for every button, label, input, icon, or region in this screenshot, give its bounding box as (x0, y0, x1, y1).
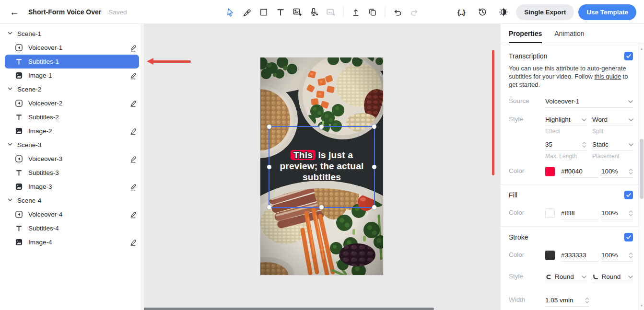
scene-row-1[interactable]: Scene-1 (0, 27, 144, 41)
back-button[interactable]: ← (8, 5, 21, 19)
selection-handle[interactable] (372, 205, 376, 209)
stroke-color-label: Color (509, 249, 545, 258)
add-image-button[interactable] (289, 4, 305, 20)
fill-color-swatch[interactable] (545, 208, 555, 218)
selection-box[interactable] (269, 126, 375, 208)
undo-button[interactable] (389, 4, 406, 20)
layer-row-image-1[interactable]: Image-1 (5, 69, 139, 82)
chevron-down-icon (582, 118, 586, 121)
stroke-checkbox[interactable] (624, 233, 633, 241)
stepper-icon[interactable] (629, 253, 633, 258)
stepper-icon[interactable] (629, 210, 633, 216)
sidebar-scrollbar[interactable] (141, 24, 144, 310)
color-hex-input[interactable]: #ff0040 (561, 165, 598, 178)
appearance-settings-button[interactable] (495, 4, 512, 20)
selection-handle[interactable] (267, 165, 271, 169)
fill-color-hex-input[interactable]: #ffffff (561, 207, 598, 219)
guide-link[interactable]: this guide (594, 73, 621, 80)
canvas-area[interactable]: This is just a preview; the actual subti… (144, 24, 500, 310)
code-braces-icon: {..} (457, 8, 465, 16)
toolbar (222, 0, 422, 24)
effect-select[interactable]: Highlight (545, 114, 586, 126)
line-cap-select[interactable]: Round (545, 271, 586, 283)
edit-pencil-icon[interactable] (129, 100, 137, 107)
edit-pencil-icon[interactable] (129, 155, 137, 163)
shape-tool-button[interactable] (255, 4, 272, 20)
add-subtitles-button[interactable] (322, 4, 339, 20)
subtitles-text-icon (15, 57, 23, 66)
tab-animation[interactable]: Animation (554, 24, 584, 43)
scene-row-2[interactable]: Scene-2 (0, 82, 144, 96)
layer-row-subtitles-1[interactable]: Subtitles-1 (5, 55, 139, 69)
layer-row-subtitles-2[interactable]: Subtitles-2 (5, 110, 139, 124)
edit-pencil-icon[interactable] (129, 44, 137, 52)
panel-scrollbar-thumb[interactable] (640, 139, 644, 199)
stepper-icon[interactable] (585, 298, 589, 303)
line-join-select[interactable]: Round (592, 271, 633, 283)
fill-opacity-input[interactable]: 100% (601, 207, 633, 219)
split-select[interactable]: Word (592, 114, 633, 126)
chevron-down-icon (582, 276, 586, 278)
selection-handle[interactable] (267, 125, 271, 129)
stroke-color-hex-input[interactable]: #333333 (561, 249, 598, 262)
layer-row-subtitles-4[interactable]: Subtitles-4 (5, 221, 139, 235)
placement-select[interactable]: Static (592, 138, 633, 151)
stroke-width-input[interactable]: 1.05 vmin (545, 294, 589, 307)
pen-tool-button[interactable] (238, 4, 255, 20)
selection-handle[interactable] (372, 165, 376, 169)
edit-pencil-icon[interactable] (129, 127, 137, 135)
edit-pencil-icon[interactable] (129, 239, 137, 246)
max-length-input[interactable]: 35 (545, 138, 586, 151)
rectangle-icon (259, 8, 268, 17)
layer-row-voiceover-2[interactable]: Voiceover-2 (5, 96, 139, 110)
chevron-down-icon (629, 143, 633, 146)
edit-pencil-icon[interactable] (129, 211, 137, 218)
stepper-icon[interactable] (582, 142, 586, 148)
text-tool-button[interactable] (272, 4, 289, 20)
layer-row-image-2[interactable]: Image-2 (5, 124, 139, 138)
topbar-left: ← Short-Form Voice Over Saved (8, 0, 127, 24)
voiceover-icon (15, 99, 23, 107)
selection-handle[interactable] (319, 205, 324, 209)
scene-row-3[interactable]: Scene-3 (0, 138, 144, 152)
redo-button[interactable] (406, 4, 422, 20)
edit-pencil-icon[interactable] (129, 72, 137, 80)
video-preview-frame[interactable]: This is just a preview; the actual subti… (260, 57, 383, 275)
image-icon (15, 238, 23, 246)
tab-properties[interactable]: Properties (509, 24, 542, 43)
use-template-button[interactable]: Use Template (578, 4, 636, 20)
canvas-horizontal-scrollbar[interactable] (144, 308, 434, 310)
layer-row-voiceover-1[interactable]: Voiceover-1 (5, 41, 139, 55)
edit-pencil-icon[interactable] (129, 183, 137, 191)
panel-scrollbar[interactable]: ▲ ▼ (638, 43, 644, 310)
source-select[interactable]: Voiceover-1 (545, 95, 633, 108)
upload-button[interactable] (347, 4, 364, 20)
chevron-down-icon (7, 30, 13, 37)
selection-handle[interactable] (267, 205, 271, 209)
stroke-color-swatch[interactable] (545, 251, 555, 260)
selection-handle[interactable] (372, 125, 376, 129)
color-opacity-input[interactable]: 100% (601, 165, 633, 178)
transcription-checkbox[interactable] (624, 52, 633, 60)
layer-row-voiceover-3[interactable]: Voiceover-3 (5, 152, 139, 166)
stroke-section-title: Stroke (509, 233, 528, 241)
topbar-right: {..} Single Export Use Template (453, 0, 636, 24)
style-label: Style (509, 114, 545, 123)
selection-handle[interactable] (319, 125, 324, 129)
layer-row-image-4[interactable]: Image-4 (5, 235, 139, 249)
stroke-opacity-input[interactable]: 100% (601, 249, 633, 262)
add-voiceover-button[interactable] (305, 4, 322, 20)
single-export-button[interactable]: Single Export (516, 4, 574, 20)
fill-checkbox[interactable] (624, 191, 633, 199)
scene-row-4[interactable]: Scene-4 (0, 194, 144, 207)
stepper-icon[interactable] (629, 169, 633, 174)
layer-row-image-3[interactable]: Image-3 (5, 180, 139, 194)
color-swatch[interactable] (545, 167, 555, 176)
layer-row-subtitles-3[interactable]: Subtitles-3 (5, 166, 139, 180)
json-code-button[interactable]: {..} (453, 4, 469, 20)
voiceover-icon (15, 210, 23, 218)
duplicate-button[interactable] (364, 4, 381, 20)
select-tool-button[interactable] (222, 4, 238, 20)
version-history-button[interactable] (474, 4, 491, 20)
layer-row-voiceover-4[interactable]: Voiceover-4 (5, 207, 139, 221)
